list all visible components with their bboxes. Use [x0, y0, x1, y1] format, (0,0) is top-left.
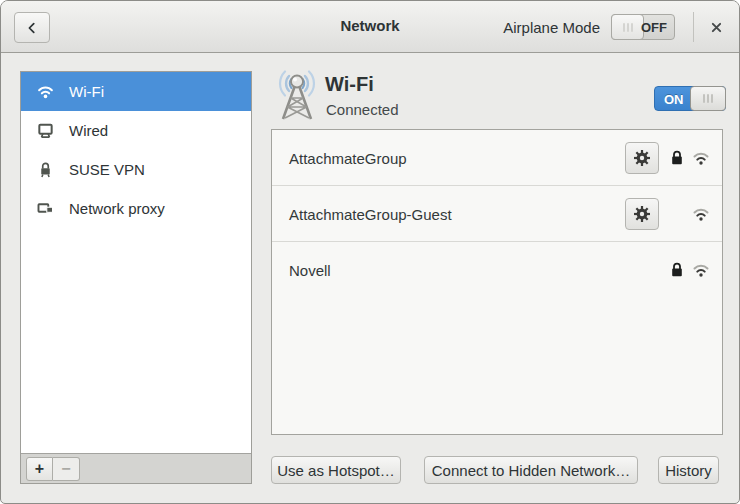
switch-knob: [611, 14, 644, 40]
sidebar-item-network-proxy[interactable]: Network proxy: [21, 189, 251, 228]
history-button[interactable]: History: [658, 456, 719, 484]
sidebar: Wi-Fi Wired SUSE VPN Network proxy + −: [20, 71, 252, 484]
proxy-icon: [37, 200, 54, 217]
sidebar-item-label: Wired: [69, 122, 108, 139]
wifi-signal-icon: [692, 150, 710, 166]
airplane-mode-label: Airplane Mode: [503, 19, 600, 36]
network-settings-button[interactable]: [625, 198, 659, 230]
airplane-mode-switch[interactable]: OFF: [611, 14, 675, 40]
airplane-mode-group: Airplane Mode OFF: [503, 14, 675, 40]
network-settings-button[interactable]: [625, 142, 659, 174]
network-name: Novell: [289, 262, 331, 279]
network-name: AttachmateGroup: [289, 149, 407, 166]
connect-hidden-network-button[interactable]: Connect to Hidden Network…: [424, 456, 638, 484]
sidebar-toolbar: + −: [21, 453, 251, 483]
sidebar-item-suse-vpn[interactable]: SUSE VPN: [21, 150, 251, 189]
gear-icon: [633, 149, 651, 167]
network-settings-window: Network Airplane Mode OFF Wi-Fi: [0, 0, 740, 504]
switch-state-label: ON: [664, 92, 684, 107]
sidebar-item-wired[interactable]: Wired: [21, 111, 251, 150]
panel-title: Wi-Fi: [325, 73, 374, 96]
wifi-antenna-icon: [273, 69, 321, 125]
wifi-signal-icon: [692, 262, 710, 278]
chevron-left-icon: [25, 21, 39, 35]
remove-button[interactable]: −: [53, 457, 80, 481]
gear-icon: [633, 205, 651, 223]
back-button[interactable]: [14, 12, 50, 43]
vpn-lock-icon: [37, 161, 54, 178]
sidebar-item-wifi[interactable]: Wi-Fi: [21, 72, 251, 111]
close-button[interactable]: [701, 14, 731, 40]
add-remove-buttons: + −: [26, 457, 80, 481]
wifi-network-list: AttachmateGroup: [271, 129, 723, 435]
wifi-signal-icon: [692, 206, 710, 222]
connection-status: Connected: [326, 101, 399, 118]
headerbar: Network Airplane Mode OFF: [1, 1, 739, 53]
network-row-novell[interactable]: Novell: [272, 242, 722, 298]
sidebar-item-label: SUSE VPN: [69, 161, 145, 178]
wifi-icon: [37, 83, 54, 100]
lock-icon: [670, 150, 684, 166]
wired-icon: [37, 122, 54, 139]
network-name: AttachmateGroup-Guest: [289, 205, 452, 222]
network-row-attachmategroup-guest[interactable]: AttachmateGroup-Guest: [272, 186, 722, 242]
lock-icon: [670, 262, 684, 278]
wifi-toggle-switch[interactable]: ON: [654, 86, 726, 111]
header-separator: [693, 12, 694, 42]
use-as-hotspot-button[interactable]: Use as Hotspot…: [271, 456, 401, 484]
switch-state-label: OFF: [641, 20, 667, 35]
add-button[interactable]: +: [26, 457, 53, 481]
sidebar-item-label: Wi-Fi: [69, 83, 104, 100]
sidebar-item-label: Network proxy: [69, 200, 165, 217]
network-row-attachmategroup[interactable]: AttachmateGroup: [272, 130, 722, 186]
switch-knob: [690, 86, 726, 111]
close-icon: [710, 21, 723, 34]
